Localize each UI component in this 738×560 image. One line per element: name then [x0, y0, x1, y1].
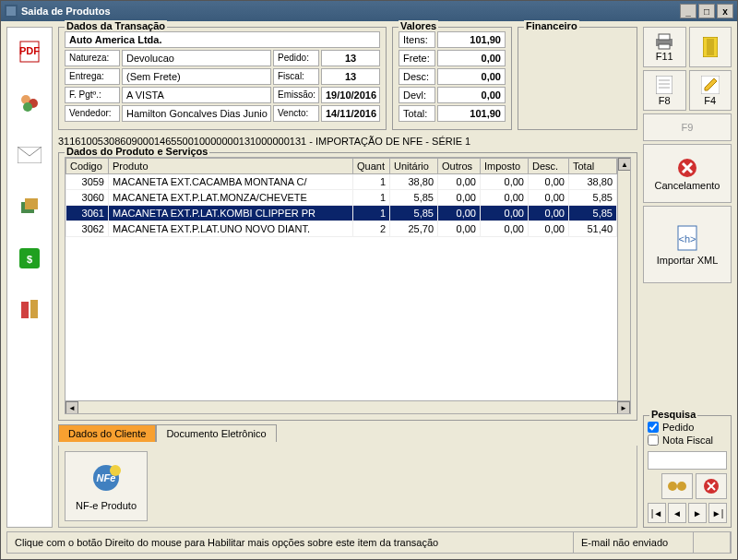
maximize-button[interactable]: □	[698, 4, 715, 18]
svg-point-16	[110, 465, 121, 476]
cell-produto: MACANETA EXT.P.LAT.KOMBI CLIPPER PR	[109, 206, 353, 221]
tab-content: NFe NF-e Produto	[58, 446, 637, 528]
receipt-icon	[656, 76, 673, 94]
cancel-button[interactable]: Cancelamento	[643, 144, 732, 203]
produtos-legend: Dados do Produto e Serviços	[65, 146, 209, 157]
natureza-label: Natureza:	[65, 50, 120, 66]
clear-search-button[interactable]	[696, 473, 727, 499]
exit-button[interactable]	[689, 27, 732, 67]
box-icon[interactable]	[15, 192, 44, 221]
right-panel: F11 F8 F4 F9	[643, 27, 732, 528]
cell-codigo: 3061	[66, 206, 109, 221]
users-icon[interactable]	[15, 89, 44, 118]
table-row[interactable]: 3059MACANETA EXT.CACAMBA MONTANA C/138,8…	[66, 174, 630, 190]
import-xml-label: Importar XML	[657, 255, 719, 266]
scroll-left-icon[interactable]: ◄	[65, 401, 78, 414]
receipt-button[interactable]: F8	[643, 70, 686, 111]
natureza-value: Devolucao	[122, 50, 271, 66]
edit-button[interactable]: F4	[689, 70, 732, 111]
search-button[interactable]	[661, 473, 693, 499]
cell-produto: MACANETA EXT.CACAMBA MONTANA C/	[109, 174, 353, 190]
nfe-icon: NFe	[89, 461, 123, 494]
total-label: Total:	[399, 105, 435, 122]
window: Saida de Produtos _ □ x PDF $ Dados da T…	[0, 0, 738, 560]
pedido-value: 13	[321, 50, 380, 66]
scrollbar-vertical[interactable]: ▲	[617, 158, 630, 400]
scroll-right-icon[interactable]: ►	[617, 401, 630, 414]
col-imposto[interactable]: Imposto	[481, 159, 529, 174]
cell-imposto: 0,00	[481, 190, 529, 206]
svg-rect-13	[30, 300, 38, 318]
col-codigo[interactable]: Codigo	[66, 159, 109, 174]
pedido-checkbox[interactable]	[648, 422, 659, 433]
nota-checkbox-row[interactable]: Nota Fiscal	[648, 435, 727, 446]
minimize-button[interactable]: _	[680, 4, 696, 18]
cell-outros: 0,00	[438, 221, 481, 237]
svg-rect-12	[21, 302, 29, 318]
cell-unitario: 5,85	[390, 206, 438, 221]
cell-produto: MACANETA EXT.P.LAT.MONZA/CHEVETE	[109, 190, 353, 206]
produtos-fieldset: Dados do Produto e Serviços Codigo Produ…	[58, 152, 637, 421]
financeiro-legend: Financeiro	[524, 20, 579, 31]
svg-point-34	[677, 482, 686, 491]
svg-point-33	[668, 482, 677, 491]
pesquisa-fieldset: Pesquisa Pedido Nota Fiscal |◄ ◄ ► ►|	[643, 415, 732, 528]
f11-label: F11	[656, 51, 673, 62]
tab-dados-cliente[interactable]: Dados do Cliente	[58, 424, 156, 442]
table-row[interactable]: 3062MACANETA EXT.P.LAT.UNO NOVO DIANT.22…	[66, 221, 630, 237]
cancel-label: Cancelamento	[655, 180, 720, 191]
products-table[interactable]: Codigo Produto Quant Unitário Outros Imp…	[65, 158, 630, 237]
scrollbar-horizontal[interactable]: ◄ ►	[65, 400, 630, 413]
col-unitario[interactable]: Unitário	[390, 159, 438, 174]
window-body: PDF $ Dados da Transação Auto America Lt…	[1, 21, 737, 559]
pedido-label: Pedido:	[273, 50, 319, 66]
status-spacer	[694, 532, 731, 553]
col-quant[interactable]: Quant	[353, 159, 390, 174]
printer-icon	[654, 33, 674, 50]
col-desc[interactable]: Desc.	[529, 159, 569, 174]
cell-codigo: 3059	[66, 174, 109, 190]
nav-first-button[interactable]: |◄	[648, 503, 666, 523]
center-panel: Dados da Transação Auto America Ltda. Na…	[58, 27, 637, 528]
pencil-icon	[701, 76, 720, 94]
frete-value: 0,00	[437, 50, 506, 66]
search-input[interactable]	[648, 451, 727, 470]
scroll-up-icon[interactable]: ▲	[618, 158, 631, 171]
nav-last-button[interactable]: ►|	[708, 503, 727, 523]
table-row[interactable]: 3061MACANETA EXT.P.LAT.KOMBI CLIPPER PR1…	[66, 206, 630, 221]
valores-fieldset: Valores Itens:101,90 Frete:0,00 Desc:0,0…	[392, 27, 512, 130]
close-button[interactable]: x	[717, 4, 733, 18]
devl-label: Devl:	[399, 87, 435, 103]
cell-desc: 0,00	[529, 190, 569, 206]
col-total[interactable]: Total	[569, 159, 617, 174]
import-xml-button[interactable]: <h> Importar XML	[643, 206, 732, 283]
cell-outros: 0,00	[438, 206, 481, 221]
frete-label: Frete:	[399, 50, 435, 66]
tab-documento-eletronico[interactable]: Documento Eletrônico	[156, 424, 276, 442]
cell-unitario: 38,80	[390, 174, 438, 190]
col-produto[interactable]: Produto	[109, 159, 353, 174]
table-row[interactable]: 3060MACANETA EXT.P.LAT.MONZA/CHEVETE15,8…	[66, 190, 630, 206]
nota-checkbox[interactable]	[648, 435, 659, 446]
nav-next-button[interactable]: ►	[688, 503, 707, 523]
pedido-checkbox-row[interactable]: Pedido	[648, 422, 727, 433]
nav-prev-button[interactable]: ◄	[668, 503, 686, 523]
table-header-row: Codigo Produto Quant Unitário Outros Imp…	[66, 159, 630, 174]
print-button[interactable]: F11	[643, 27, 686, 67]
nfe-produto-button[interactable]: NFe NF-e Produto	[65, 451, 148, 521]
valores-legend: Valores	[399, 20, 438, 31]
main-row: PDF $ Dados da Transação Auto America Lt…	[6, 27, 732, 528]
f9-button[interactable]: F9	[643, 113, 732, 141]
itens-label: Itens:	[399, 31, 435, 48]
cell-total: 51,40	[569, 221, 617, 237]
money-icon[interactable]: $	[15, 244, 44, 273]
pdf-icon[interactable]: PDF	[15, 37, 44, 66]
col-outros[interactable]: Outros	[438, 159, 481, 174]
exit-icon	[703, 37, 718, 57]
tools-icon[interactable]	[15, 295, 44, 325]
vencto-label: Vencto:	[273, 105, 319, 122]
mail-icon[interactable]	[15, 140, 44, 170]
cell-imposto: 0,00	[481, 221, 529, 237]
xml-file-icon: <h>	[674, 224, 700, 254]
svg-rect-19	[659, 44, 670, 49]
